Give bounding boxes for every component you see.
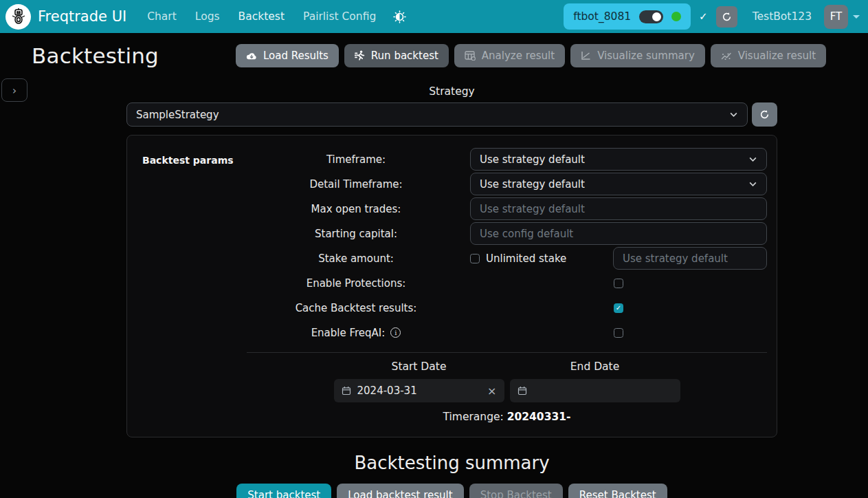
stake-amount-label: Stake amount: xyxy=(247,252,465,265)
chevron-down-icon xyxy=(748,155,757,164)
page-title: Backtesting xyxy=(32,43,159,68)
dates-row: Start Date 2024-03-31 × xyxy=(247,360,767,402)
starting-capital-label: Starting capital: xyxy=(247,228,465,240)
robot-icon xyxy=(10,8,27,25)
strategy-row: SampleStrategy xyxy=(126,102,777,127)
start-date-input[interactable]: 2024-03-31 × xyxy=(334,379,504,402)
bot-toggle[interactable] xyxy=(639,10,663,23)
timeframe-label: Timeframe: xyxy=(247,153,465,166)
detail-timeframe-select[interactable]: Use strategy default xyxy=(470,173,767,195)
bot-name: ftbot_8081 xyxy=(573,10,631,23)
detail-timeframe-row: Detail Timeframe: Use strategy default xyxy=(247,173,767,195)
unlimited-stake-checkbox[interactable]: ✓ xyxy=(470,254,480,263)
stake-amount-row: Stake amount: ✓ Unlimited stake xyxy=(247,247,767,270)
enable-protections-row: Enable Protections: ✓ xyxy=(247,272,767,294)
cache-results-row: Cache Backtest results: ✓ xyxy=(247,296,767,319)
strategy-label: Strategy xyxy=(126,85,777,98)
cloud-download-icon xyxy=(246,51,257,61)
bot-selector[interactable]: ftbot_8081 xyxy=(564,3,691,30)
page-header: Backtesting Load Results xyxy=(0,33,868,72)
check-icon: ✓ xyxy=(699,10,708,23)
navbar: Freqtrade UI Chart Logs Backtest Pairlis… xyxy=(0,0,868,33)
strategy-select[interactable]: SampleStrategy xyxy=(126,102,748,127)
enable-protections-checkbox[interactable]: ✓ xyxy=(614,279,623,288)
stake-amount-input[interactable] xyxy=(613,247,767,270)
clear-start-date-button[interactable]: × xyxy=(487,385,496,398)
enable-freqai-row: Enable FreqAI: i ✓ xyxy=(247,321,767,344)
analyze-result-button[interactable]: Analyze result xyxy=(454,44,565,67)
unlimited-stake-label[interactable]: Unlimited stake xyxy=(486,252,566,265)
start-backtest-button[interactable]: Start backtest xyxy=(236,484,331,498)
stop-backtest-button[interactable]: Stop Backtest xyxy=(469,484,563,498)
max-open-trades-label: Max open trades: xyxy=(247,203,465,215)
start-date-label: Start Date xyxy=(334,360,504,373)
nav-item-backtest[interactable]: Backtest xyxy=(238,10,285,23)
visualize-summary-button[interactable]: Visualize summary xyxy=(570,44,705,67)
info-icon[interactable]: i xyxy=(390,327,401,338)
backtest-params-form: Timeframe: Use strategy default Detail T… xyxy=(247,148,767,423)
chevron-down-icon xyxy=(748,180,757,188)
timerange-label: Timerange: xyxy=(443,411,507,423)
enable-freqai-checkbox[interactable]: ✓ xyxy=(614,328,623,338)
end-date-label: End Date xyxy=(510,360,680,373)
starting-capital-row: Starting capital: xyxy=(247,222,767,245)
max-open-trades-row: Max open trades: xyxy=(247,197,767,220)
sidebar-expand-button[interactable]: › xyxy=(1,78,27,102)
chevron-down-icon xyxy=(729,110,738,119)
refresh-icon xyxy=(722,12,732,22)
caret-down-icon xyxy=(853,15,860,19)
detail-timeframe-label: Detail Timeframe: xyxy=(247,178,465,191)
start-date-value: 2024-03-31 xyxy=(357,385,417,397)
reset-backtest-button[interactable]: Reset Backtest xyxy=(568,484,667,498)
calendar-icon xyxy=(518,386,527,396)
person-running-icon xyxy=(355,50,365,61)
cache-results-checkbox[interactable]: ✓ xyxy=(614,303,623,313)
load-backtest-result-button[interactable]: Load backtest result xyxy=(337,484,463,498)
chart-scatter-icon xyxy=(721,52,732,61)
chevron-right-icon: › xyxy=(12,84,16,97)
refresh-icon xyxy=(759,109,770,120)
enable-protections-label: Enable Protections: xyxy=(247,277,465,290)
summary-buttons: Start backtest Load backtest result Stop… xyxy=(126,484,777,498)
nav-links: Chart Logs Backtest Pairlist Config xyxy=(147,10,376,23)
user-menu[interactable]: FT xyxy=(824,5,860,29)
visualize-result-button[interactable]: Visualize result xyxy=(711,44,826,67)
max-open-trades-input[interactable] xyxy=(470,197,767,220)
timeframe-row: Timeframe: Use strategy default xyxy=(247,148,767,171)
timerange-value: 20240331- xyxy=(507,411,571,423)
run-backtest-button[interactable]: Run backtest xyxy=(344,44,449,67)
freqtrade-logo xyxy=(5,4,31,30)
bot-online-dot xyxy=(671,12,681,21)
form-divider xyxy=(247,352,767,353)
backtest-params-panel: Backtest params Timeframe: Use strategy … xyxy=(126,135,777,437)
nav-item-pairlist-config[interactable]: Pairlist Config xyxy=(303,10,376,23)
refresh-bot-button[interactable] xyxy=(716,6,737,28)
starting-capital-input[interactable] xyxy=(470,222,767,245)
avatar[interactable]: FT xyxy=(824,5,848,29)
end-date-input[interactable] xyxy=(510,379,680,402)
username-label: TestBot123 xyxy=(753,10,812,23)
timerange: Timerange: 20240331- xyxy=(247,411,767,423)
nav-item-logs[interactable]: Logs xyxy=(195,10,220,23)
backtest-main: Strategy SampleStrategy Backtest params … xyxy=(126,85,777,498)
reload-strategies-button[interactable] xyxy=(752,102,777,127)
panel-title: Backtest params xyxy=(142,148,247,423)
backtest-toolbar: Load Results Run backtest xyxy=(236,44,826,67)
cache-results-label: Cache Backtest results: xyxy=(247,302,465,314)
theme-toggle-icon[interactable] xyxy=(393,10,406,23)
timeframe-select[interactable]: Use strategy default xyxy=(470,148,767,171)
summary-title: Backtesting summary xyxy=(126,453,777,473)
app-title: Freqtrade UI xyxy=(38,8,126,25)
navbar-right: ftbot_8081 ✓ TestBot123 FT xyxy=(564,3,860,30)
nav-item-chart[interactable]: Chart xyxy=(147,10,177,23)
calendar-icon xyxy=(342,386,351,396)
enable-freqai-label: Enable FreqAI: xyxy=(311,327,386,339)
chart-line-icon xyxy=(581,51,591,61)
load-results-button[interactable]: Load Results xyxy=(236,44,339,67)
table-icon xyxy=(465,51,476,61)
